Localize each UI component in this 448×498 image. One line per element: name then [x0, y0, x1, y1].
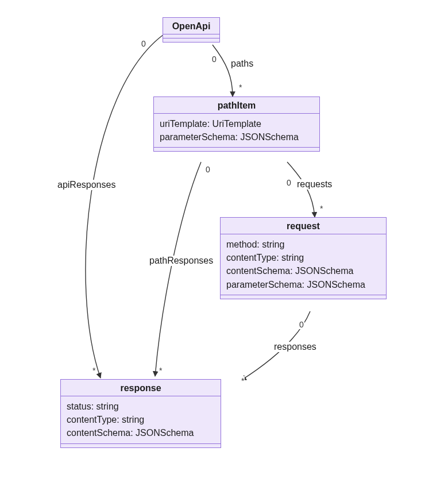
attr: parameterSchema: JSONSchema [160, 130, 314, 144]
class-OpenApi: OpenApi [163, 17, 220, 43]
class-title: pathItem [154, 97, 319, 114]
card-from-responses: 0 [299, 320, 304, 329]
class-ops [163, 38, 219, 42]
card-from-paths: 0 [211, 55, 217, 64]
card-to-apiResponses: * [92, 366, 96, 375]
class-attrs: method: string contentType: string conte… [221, 234, 386, 295]
card-to-pathResponses: * [159, 366, 163, 375]
edge-requests [287, 162, 315, 217]
card-to-requests: * [319, 204, 323, 213]
class-attrs: status: string contentType: string conte… [61, 396, 221, 444]
edge-label-requests: requests [296, 179, 333, 190]
class-ops [154, 148, 319, 151]
class-ops [221, 295, 386, 299]
uml-class-diagram: OpenApi pathItem uriTemplate: UriTemplat… [0, 0, 448, 498]
card-to-responses: * [241, 376, 245, 385]
attr: parameterSchema: JSONSchema [226, 278, 380, 291]
edge-label-paths: paths [230, 59, 254, 69]
edge-paths [213, 45, 233, 96]
class-attrs [163, 34, 219, 38]
attr: uriTemplate: UriTemplate [160, 117, 314, 130]
class-ops [61, 444, 221, 447]
attr: contentType: string [226, 251, 380, 264]
card-from-requests: 0 [286, 178, 292, 187]
edge-pathResponses [155, 162, 201, 376]
class-attrs: uriTemplate: UriTemplate parameterSchema… [154, 114, 319, 148]
attr: contentSchema: JSONSchema [226, 264, 380, 277]
attr: contentSchema: JSONSchema [67, 426, 215, 439]
card-from-pathResponses: 0 [205, 165, 211, 174]
class-response: response status: string contentType: str… [60, 379, 221, 448]
class-title: OpenApi [163, 18, 219, 34]
attr: contentType: string [67, 413, 215, 426]
class-request: request method: string contentType: stri… [220, 217, 387, 299]
class-title: request [221, 218, 386, 234]
class-pathItem: pathItem uriTemplate: UriTemplate parame… [153, 96, 320, 152]
card-to-paths: * [238, 83, 242, 92]
card-from-apiResponses: 0 [141, 39, 146, 48]
edge-label-responses: responses [273, 342, 318, 352]
edge-label-pathResponses: pathResponses [148, 256, 214, 266]
class-title: response [61, 380, 221, 396]
edge-label-apiResponses: apiResponses [56, 180, 117, 190]
attr: method: string [226, 238, 380, 251]
edge-apiResponses [86, 34, 164, 378]
attr: status: string [67, 400, 215, 413]
